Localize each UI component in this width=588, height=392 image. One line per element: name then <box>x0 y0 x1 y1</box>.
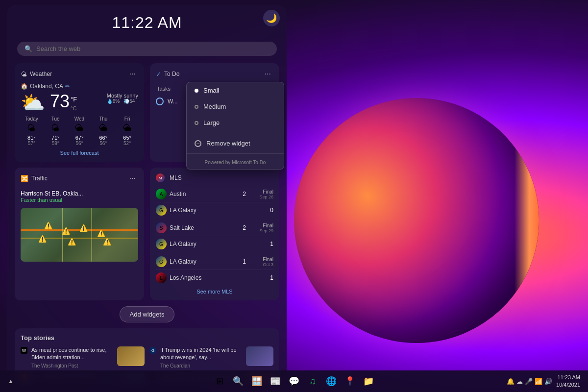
mls-icon: M <box>156 173 165 182</box>
away-team-3: Los Angeles <box>170 274 261 281</box>
traffic-more-button[interactable]: ··· <box>127 173 138 183</box>
volume-icon[interactable]: 🔊 <box>544 378 552 385</box>
files-button[interactable]: 📁 <box>361 373 376 389</box>
location-home-icon: 🏠 <box>21 83 28 90</box>
away-score-2: 1 <box>264 241 273 247</box>
weather-description: Mostly sunny <box>107 93 138 98</box>
search-bar[interactable]: 🔍 <box>17 42 277 56</box>
forecast-day-wed: Wed 🌥 67° 56° <box>69 116 91 146</box>
weather-more-button[interactable]: ··· <box>127 69 138 79</box>
todo-title: To Do <box>164 71 179 77</box>
taskbar: ▲ ⊞ 🔍 🪟 📰 💬 ♫ 🌐 📍 📁 🔔 ☁ 🎤 📶 🔊 11:23 AM 1… <box>0 370 588 392</box>
todo-icon: ✓ <box>156 71 161 78</box>
game-result-1: Final Sep 26 <box>249 189 273 199</box>
mls-match-1: A Austin 2 Final Sep 26 G LA Galaxy 0 <box>156 186 273 218</box>
temp-unit-c[interactable]: °C <box>71 105 76 111</box>
edge-button[interactable]: 🌐 <box>323 373 339 389</box>
search-taskbar-button[interactable]: 🔍 <box>230 373 246 389</box>
weather-title-row: 🌤 Weather <box>21 71 52 78</box>
traffic-street: Harrison St EB, Oakla... <box>21 190 138 197</box>
traffic-info: Harrison St EB, Oakla... Faster than usu… <box>21 187 138 205</box>
home-team-2: Salt Lake <box>170 224 233 231</box>
see-full-forecast-link[interactable]: See full forecast <box>21 150 138 156</box>
taskbar-right: 🔔 ☁ 🎤 📶 🔊 11:23 AM 10/4/2021 <box>507 374 580 389</box>
traffic-status: Faster than usual <box>21 197 138 203</box>
notifications-icon[interactable]: 🔔 <box>507 378 514 385</box>
mls-widget: M MLS A Austin 2 Final Sep 26 G LA G <box>150 168 279 300</box>
home-team-3: LA Galaxy <box>170 258 233 265</box>
story-item-1[interactable]: W As meat prices continue to rise, Biden… <box>21 346 145 368</box>
away-score-1: 0 <box>264 207 273 214</box>
austin-logo: A <box>156 189 167 199</box>
traffic-warning-4: ⚠️ <box>97 229 105 237</box>
menu-footer-divider <box>187 153 284 154</box>
story-thumb-1 <box>117 346 145 366</box>
todo-context-menu: Small Medium Large Remove widget Powered… <box>186 82 284 170</box>
start-button[interactable]: ⊞ <box>212 373 227 389</box>
traffic-widget-header: 🔀 Traffic ··· <box>21 173 138 183</box>
teams-button[interactable]: 💬 <box>286 373 302 389</box>
menu-item-remove-widget[interactable]: Remove widget <box>187 135 284 151</box>
forecast-day-tue: Tue 🌤 71° 59° <box>45 116 67 146</box>
weather-temp-block: 73 °F °C <box>50 93 102 112</box>
todo-more-button[interactable]: ··· <box>262 69 273 79</box>
game-result-3: Final Oct 3 <box>249 257 273 267</box>
traffic-map[interactable]: ⚠️ ⚠️ ⚠️ ⚠️ ⚠️ ⚠️ ⚠️ <box>21 208 138 262</box>
chevron-up-icon[interactable]: ▲ <box>8 378 14 385</box>
forecast-day-today: Today 🌤 81° 57° <box>21 116 43 146</box>
clock-display: 11:22 AM <box>17 14 277 32</box>
menu-item-large[interactable]: Large <box>187 115 284 131</box>
moon-button[interactable]: 🌙 <box>263 10 280 26</box>
edit-icon[interactable]: ✏ <box>65 83 70 90</box>
search-input[interactable] <box>36 45 270 52</box>
story-title-1: As meat prices continue to rise, Biden a… <box>31 346 113 362</box>
widgets-panel: 🌙 11:22 AM 🔍 🌤 Weather ··· 🏠 Oakland, CA… <box>7 5 287 382</box>
widgets-grid: 🌤 Weather ··· 🏠 Oakland, CA ✏ ⛅ 73 °F <box>7 63 287 300</box>
mls-game-row-away-2: G LA Galaxy 1 <box>156 236 273 252</box>
wifi-icon[interactable]: 📶 <box>535 378 542 385</box>
traffic-warning-5: ⚠️ <box>38 235 47 243</box>
weather-widget-header: 🌤 Weather ··· <box>21 69 138 79</box>
todo-checkbox[interactable] <box>156 98 164 105</box>
weather-forecast: Today 🌤 81° 57° Tue 🌤 71° 59° Wed 🌥 67° … <box>21 116 138 146</box>
widgets-header: 11:22 AM <box>7 5 287 37</box>
traffic-warning-6: ⚠️ <box>68 238 76 245</box>
lagalaxy-logo-3: G <box>156 256 167 267</box>
temp-unit-f[interactable]: °F <box>71 96 77 103</box>
planet-graphic <box>294 98 539 343</box>
weather-widget: 🌤 Weather ··· 🏠 Oakland, CA ✏ ⛅ 73 °F <box>15 63 144 162</box>
mls-game-row-away-3: L Los Angeles 1 <box>156 270 273 286</box>
widgets-taskbar-button[interactable]: 📰 <box>268 373 283 389</box>
mls-title-row: M MLS <box>156 173 182 182</box>
task-view-button[interactable]: 🪟 <box>249 373 265 389</box>
traffic-title-row: 🔀 Traffic <box>21 175 48 182</box>
traffic-warning-7: ⚠️ <box>103 238 111 245</box>
home-score-1: 2 <box>236 191 246 197</box>
onedrive-icon[interactable]: ☁ <box>516 378 523 385</box>
lagalaxy-logo-1: G <box>156 205 167 216</box>
top-stories-header: Top stories <box>21 334 273 342</box>
todo-widget-header: ✓ To Do ··· <box>156 69 273 79</box>
weather-condition-icon: ⛅ <box>21 93 45 112</box>
see-more-mls-link[interactable]: See more MLS <box>156 289 273 294</box>
mls-game-row-home-3: G LA Galaxy 1 Final Oct 3 <box>156 254 273 270</box>
taskbar-left: ▲ <box>8 378 14 385</box>
weather-precip: 💧6% 💨54 <box>107 98 138 104</box>
menu-item-medium[interactable]: Medium <box>187 98 284 115</box>
radio-unselected-icon <box>195 121 198 125</box>
todo-task-text: W... <box>168 98 178 105</box>
traffic-warning-1: ⚠️ <box>44 221 52 229</box>
mic-icon[interactable]: 🎤 <box>525 378 533 385</box>
traffic-title: Traffic <box>31 175 48 182</box>
add-widgets-button[interactable]: Add widgets <box>120 306 175 322</box>
mls-widget-header: M MLS <box>156 173 273 182</box>
taskbar-clock[interactable]: 11:23 AM 10/4/2021 <box>556 374 580 389</box>
spotify-button[interactable]: ♫ <box>305 373 320 389</box>
maps-button[interactable]: 📍 <box>342 373 358 389</box>
menu-item-small[interactable]: Small <box>187 82 284 98</box>
radio-selected-icon <box>195 89 198 93</box>
story-item-2[interactable]: G If Trump wins in 2024 'he will be abou… <box>149 346 273 368</box>
mls-game-row-home-1: A Austin 2 Final Sep 26 <box>156 186 273 202</box>
lagalaxy-logo-2: G <box>156 239 167 249</box>
tasks-label: Tasks <box>156 86 171 92</box>
